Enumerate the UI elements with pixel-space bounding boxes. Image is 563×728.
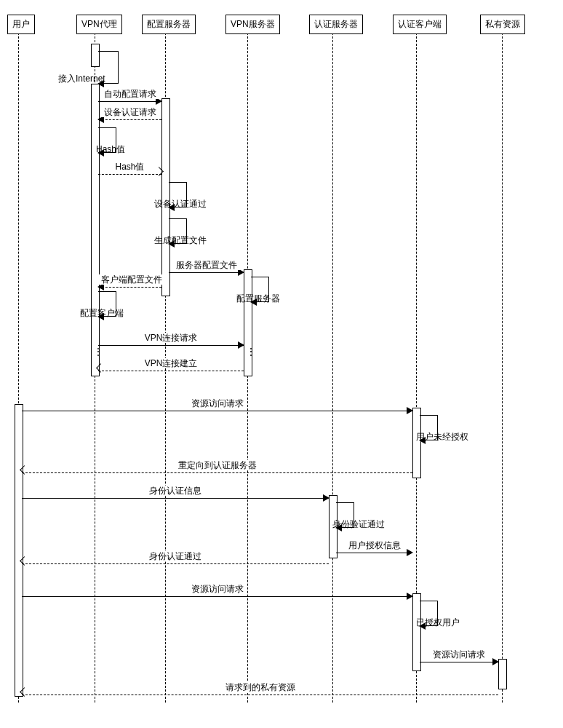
- msg-gen-config: 生成配置文件: [169, 218, 187, 244]
- participant-user: 用户: [7, 15, 35, 34]
- sequence-diagram: 用户 VPN代理 配置服务器 VPN服务器 认证服务器 认证客户端 私有资源 接…: [0, 0, 563, 728]
- lifeline-auth-server: [332, 33, 333, 703]
- msg-req-private-res: 请求到的私有资源: [22, 684, 498, 696]
- msg-device-auth-req: 设备认证请求: [98, 109, 161, 121]
- msg-vpn-conn-req: VPN连接请求: [98, 335, 244, 347]
- ellipsis-icon: ⋮: [93, 349, 103, 354]
- participant-vpn-server: VPN服务器: [225, 15, 280, 34]
- msg-vpn-conn-est: VPN连接建立: [98, 360, 244, 372]
- msg-user-auth-info: 用户授权信息: [336, 542, 412, 554]
- msg-hash-self: Hash值: [98, 127, 116, 153]
- msg-hash-send: Hash值: [98, 164, 161, 175]
- msg-identity-info: 身份认证信息: [22, 488, 329, 499]
- msg-auto-config-req: 自动配置请求: [98, 91, 161, 103]
- participant-config-server: 配置服务器: [142, 15, 196, 34]
- msg-config-server-setup: 配置服务器: [251, 277, 269, 302]
- participant-vpn-proxy: VPN代理: [76, 15, 122, 34]
- msg-internet: 接入Internet: [98, 51, 119, 84]
- participant-auth-server: 认证服务器: [309, 15, 363, 34]
- participant-auth-client: 认证客户端: [393, 15, 447, 34]
- msg-res-access-req1: 资源访问请求: [22, 400, 412, 412]
- msg-server-config-file: 服务器配置文件: [169, 262, 244, 274]
- msg-identity-pass: 身份验证通过: [336, 502, 354, 528]
- msg-authed-user: 已授权用户: [420, 601, 438, 626]
- activation: [498, 659, 507, 689]
- participant-private-res: 私有资源: [480, 15, 525, 34]
- msg-redirect-auth: 重定向到认证服务器: [22, 462, 412, 474]
- msg-res-access-req2: 资源访问请求: [22, 586, 412, 598]
- ellipsis-icon: ⋮: [246, 349, 256, 354]
- msg-user-unauth: 用户未经授权: [420, 415, 438, 440]
- lifeline-private-res: [502, 33, 503, 703]
- msg-res-access-req3: 资源访问请求: [420, 652, 498, 663]
- msg-device-auth-pass: 设备认证通过: [169, 182, 187, 207]
- msg-identity-auth-pass: 身份认证通过: [22, 553, 329, 565]
- msg-client-config-file: 客户端配置文件: [98, 277, 161, 288]
- msg-config-client-setup: 配置客户端: [98, 291, 116, 317]
